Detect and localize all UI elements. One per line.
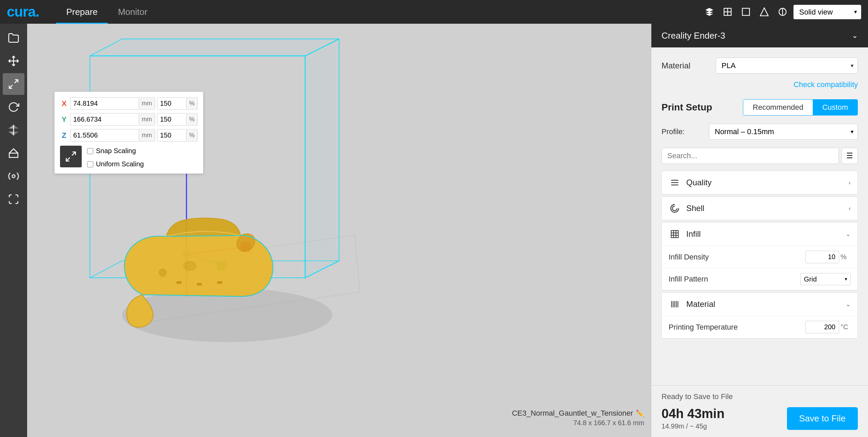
uniform-scaling-checkbox[interactable] <box>87 161 93 167</box>
svg-line-9 <box>15 80 18 83</box>
x-pct-unit: % <box>186 98 197 109</box>
transform-y-row: Y mm % <box>60 113 198 126</box>
quality-icon <box>669 176 681 189</box>
infill-density-label: Infill Density <box>669 253 800 262</box>
view-front-icon[interactable] <box>720 4 735 19</box>
uniform-scaling-label: Uniform Scaling <box>96 160 144 168</box>
quality-section-header[interactable]: Quality ‹ <box>662 171 857 194</box>
svg-point-13 <box>12 175 15 178</box>
check-compat-link[interactable]: Check compatibility <box>793 80 858 89</box>
settings-search-input[interactable] <box>662 148 839 164</box>
printing-temp-item: Printing Temperature °C <box>662 316 857 338</box>
svg-marker-18 <box>305 39 339 278</box>
printing-temp-value: °C <box>805 321 851 333</box>
snap-scaling-checkbox[interactable] <box>87 148 93 154</box>
svg-rect-12 <box>9 153 18 158</box>
tab-prepare[interactable]: Prepare <box>56 4 108 24</box>
material-label: Material <box>662 61 709 70</box>
infill-pattern-item: Infill Pattern Grid Lines Triangles Gyro… <box>662 268 857 290</box>
snap-scaling-label: Snap Scaling <box>96 147 136 155</box>
quality-section: Quality ‹ <box>662 171 858 194</box>
svg-line-35 <box>66 158 70 161</box>
infill-section-header[interactable]: Infill ⌄ <box>662 223 857 246</box>
sidebar-rotate[interactable] <box>3 96 24 118</box>
view-right-icon[interactable] <box>775 4 790 19</box>
shell-section: Shell ‹ <box>662 196 858 220</box>
file-name-text: CE3_Normal_Gauntlet_w_Tensioner <box>512 409 633 418</box>
shell-icon <box>669 202 681 214</box>
search-menu-button[interactable]: ☰ <box>842 148 858 164</box>
quality-section-name: Quality <box>686 178 843 187</box>
save-row: 04h 43min 14.99m / ~ 45g Save to File <box>662 407 858 430</box>
panel-content: Material PLA PLA+ PETG ABS TPU Check com… <box>651 47 868 385</box>
z-pct-input[interactable] <box>157 129 186 141</box>
svg-line-10 <box>9 85 13 88</box>
sidebar-open-file[interactable] <box>3 27 24 49</box>
sidebar-per-model[interactable] <box>3 165 24 187</box>
infill-pattern-select[interactable]: Grid Lines Triangles Gyroid Honeycomb <box>800 273 851 285</box>
y-pct-input-wrap: % <box>157 113 198 126</box>
svg-point-29 <box>159 269 167 277</box>
svg-line-19 <box>90 261 122 278</box>
infill-density-unit: % <box>841 253 851 261</box>
viewport-svg <box>27 24 651 437</box>
svg-marker-17 <box>90 39 339 56</box>
y-pct-input[interactable] <box>157 113 186 125</box>
transform-x-row: X mm % <box>60 97 198 110</box>
z-axis-label: Z <box>60 131 68 140</box>
shell-section-header[interactable]: Shell ‹ <box>662 197 857 220</box>
edit-filename-icon[interactable]: ✏️ <box>636 409 644 417</box>
y-pct-unit: % <box>186 114 197 125</box>
print-setup-label: Print Setup <box>662 102 736 113</box>
ready-label: Ready to Save to File <box>662 392 858 401</box>
view-select[interactable]: Solid view X-Ray view Layer view <box>793 5 861 19</box>
infill-icon <box>669 228 681 240</box>
z-mm-input-wrap: mm <box>70 129 155 142</box>
view-top-icon[interactable] <box>738 4 753 19</box>
save-to-file-button[interactable]: Save to File <box>787 407 858 430</box>
sidebar-mirror[interactable] <box>3 119 24 141</box>
infill-pattern-value: Grid Lines Triangles Gyroid Honeycomb <box>800 273 851 285</box>
viewport-3d: X mm % Y mm % <box>27 24 651 437</box>
tab-custom[interactable]: Custom <box>813 100 857 115</box>
svg-rect-33 <box>217 281 222 284</box>
sidebar-move[interactable] <box>3 50 24 72</box>
material-usage: 14.99m / ~ 45g <box>662 422 725 430</box>
uniform-scaling-row: Uniform Scaling <box>87 160 144 168</box>
z-mm-input[interactable] <box>71 129 139 141</box>
material-section-header[interactable]: Material ⌄ <box>662 293 857 316</box>
x-pct-input[interactable] <box>157 98 186 109</box>
tab-recommended[interactable]: Recommended <box>743 100 813 115</box>
check-compat-row: Check compatibility <box>662 80 858 89</box>
material-select[interactable]: PLA PLA+ PETG ABS TPU <box>716 58 858 74</box>
profile-select-wrap: Draft – 0.3mm Normal – 0.15mm Fine – 0.1… <box>709 124 858 140</box>
tab-monitor[interactable]: Monitor <box>108 4 158 24</box>
svg-rect-31 <box>176 281 182 284</box>
svg-marker-4 <box>760 8 768 16</box>
sidebar-merge[interactable] <box>3 188 24 210</box>
sidebar-scale[interactable] <box>3 73 24 95</box>
material-select-wrap: PLA PLA+ PETG ABS TPU <box>716 58 858 74</box>
printer-header: Creality Ender-3 ⌄ <box>651 24 868 47</box>
view-3d-icon[interactable] <box>702 4 717 19</box>
x-mm-input[interactable] <box>71 98 139 109</box>
y-mm-input[interactable] <box>71 113 139 125</box>
shell-section-name: Shell <box>686 204 843 213</box>
printing-temp-input[interactable] <box>805 321 839 333</box>
profile-select[interactable]: Draft – 0.3mm Normal – 0.15mm Fine – 0.1… <box>709 124 858 140</box>
infill-density-input[interactable] <box>805 251 839 263</box>
view-left-icon[interactable] <box>757 4 772 19</box>
sidebar-support[interactable] <box>3 142 24 164</box>
printer-chevron-icon[interactable]: ⌄ <box>852 31 858 40</box>
view-icons-group: Solid view X-Ray view Layer view <box>702 4 861 19</box>
svg-line-34 <box>72 152 76 156</box>
file-name-row: CE3_Normal_Gauntlet_w_Tensioner ✏️ <box>512 409 644 418</box>
quality-chevron-icon: ‹ <box>849 179 851 186</box>
z-pct-unit: % <box>186 130 197 141</box>
svg-point-30 <box>183 261 197 271</box>
material-section-name: Material <box>686 299 840 309</box>
infill-density-item: Infill Density % <box>662 246 857 268</box>
main-content: X mm % Y mm % <box>0 24 868 437</box>
material-section: Material ⌄ Printing Temperature °C <box>662 292 858 338</box>
infill-density-value: % <box>805 251 851 263</box>
